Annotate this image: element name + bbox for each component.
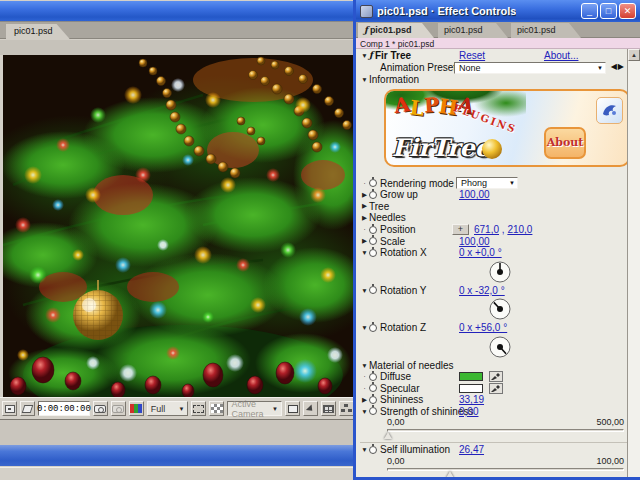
stopwatch-icon[interactable]	[369, 324, 377, 332]
timeline-window-titlebar[interactable]	[0, 445, 356, 466]
scale-value[interactable]: 100,00	[459, 236, 490, 247]
stopwatch-icon[interactable]	[369, 396, 377, 404]
collapse-arrow-icon[interactable]: ▼	[360, 52, 369, 59]
tab-pic01-2[interactable]: pic01.psd	[438, 23, 508, 38]
specular-label: Specular	[380, 383, 419, 394]
chevron-down-icon: ▼	[597, 65, 603, 71]
stopwatch-icon[interactable]	[369, 407, 377, 415]
stopwatch-icon[interactable]	[369, 373, 377, 381]
self-illumination-value[interactable]: 26,47	[459, 444, 484, 455]
page-arrows-icon[interactable]: ◀▶	[611, 62, 625, 71]
shininess-value[interactable]: 33,19	[459, 394, 484, 405]
alphaplugins-logo-icon[interactable]	[596, 97, 623, 124]
stopwatch-icon[interactable]	[369, 191, 377, 199]
wireframe-icon	[288, 405, 298, 413]
rotation-x-dial[interactable]	[356, 259, 627, 285]
stopwatch-icon[interactable]	[369, 249, 377, 257]
reset-link[interactable]: Reset	[459, 50, 485, 61]
stopwatch-icon[interactable]	[369, 446, 377, 454]
position-crosshair-button[interactable]: +	[452, 224, 469, 235]
transparency-grid-button[interactable]	[209, 401, 224, 416]
rotation-z-value[interactable]: 0 x +56,0 °	[459, 322, 507, 333]
position-x[interactable]: 671,0	[474, 224, 499, 235]
grid-icon	[323, 405, 334, 413]
show-channel-button[interactable]	[129, 401, 144, 416]
show-snapshot-icon	[112, 405, 124, 413]
collapse-arrow-icon[interactable]: ▼	[360, 408, 369, 415]
region-of-interest-button[interactable]	[191, 401, 206, 416]
about-link[interactable]: About...	[544, 50, 578, 61]
vertical-scrollbar[interactable]: ▲	[627, 49, 640, 477]
stopwatch-icon[interactable]	[369, 237, 377, 245]
after-effects-workspace: pic01.psd	[0, 0, 640, 480]
timecode-display[interactable]: 0:00:00:00	[38, 401, 90, 416]
chevron-down-icon: ▼	[509, 180, 515, 186]
scale-label: Scale	[380, 236, 405, 247]
product-name: FirTree	[392, 133, 490, 162]
collapse-arrow-icon[interactable]: ▼	[360, 249, 369, 256]
close-button[interactable]: ✕	[619, 3, 636, 19]
background-window-titlebar[interactable]	[0, 1, 356, 21]
maximize-button[interactable]: □	[600, 3, 617, 19]
collapse-arrow-icon[interactable]: ▼	[360, 446, 369, 453]
tab-pic01-active[interactable]: ƒpic01.psd	[358, 23, 434, 38]
position-y[interactable]: 210,0	[507, 224, 532, 235]
wireframe-button[interactable]	[285, 401, 300, 416]
rotation-z-dial[interactable]	[356, 334, 627, 360]
safe-zones-icon	[22, 405, 34, 413]
collapse-arrow-icon[interactable]: ▼	[360, 287, 369, 294]
effect-controls-titlebar[interactable]: pic01.psd · Effect Controls _ □ ✕	[356, 0, 640, 22]
strength-of-shininess-value[interactable]: 0,00	[459, 406, 478, 417]
grow-up-label: Grow up	[380, 189, 418, 200]
window-icon	[360, 5, 373, 18]
grow-up-value[interactable]: 100,00	[459, 189, 490, 200]
banner-about-button[interactable]: About	[544, 127, 586, 159]
resolution-dropdown[interactable]: Full▼	[147, 401, 189, 416]
self-illumination-slider[interactable]	[356, 466, 627, 478]
flowchart-button[interactable]	[339, 401, 354, 416]
window-title: pic01.psd · Effect Controls	[377, 5, 516, 17]
collapse-arrow-icon[interactable]: ▼	[360, 76, 369, 83]
specular-color-swatch[interactable]	[459, 384, 483, 393]
expand-arrow-icon[interactable]: ▶	[360, 202, 369, 210]
eyedropper-icon[interactable]	[489, 383, 503, 394]
diffuse-color-swatch[interactable]	[459, 372, 483, 381]
collapse-arrow-icon[interactable]: ▼	[360, 324, 369, 331]
expand-arrow-icon[interactable]: ▶	[360, 214, 369, 222]
alphaplugins-banner[interactable]: ALPHA PLUGINS FirTree About	[384, 89, 627, 167]
stopwatch-icon[interactable]	[369, 384, 377, 392]
view-dropdown[interactable]: Active Camera▼	[227, 401, 282, 416]
effect-icon: ƒ	[364, 25, 368, 35]
strength-slider[interactable]	[356, 427, 627, 441]
fast-previews-button[interactable]	[303, 401, 318, 416]
expand-arrow-icon[interactable]: ▶	[360, 191, 369, 199]
collapse-arrow-icon[interactable]: ▼	[360, 362, 369, 369]
expand-arrow-icon[interactable]: ▶	[360, 237, 369, 245]
composition-tab[interactable]: pic01.psd	[6, 24, 71, 40]
stopwatch-icon[interactable]	[369, 226, 377, 234]
scroll-up-button[interactable]: ▲	[628, 49, 640, 61]
rotation-y-value[interactable]: 0 x -32,0 °	[459, 285, 505, 296]
breadcrumb: Comp 1 * pic01.psd	[356, 38, 640, 49]
stopwatch-icon[interactable]	[369, 286, 377, 294]
tab-pic01-3[interactable]: pic01.psd	[511, 23, 581, 38]
minimize-button[interactable]: _	[581, 3, 598, 19]
rotation-x-value[interactable]: 0 x +0,0 °	[459, 247, 502, 258]
composition-image[interactable]	[3, 55, 353, 397]
slider-handle[interactable]	[446, 471, 454, 478]
magnification-button[interactable]	[2, 401, 17, 416]
rotation-y-dial[interactable]	[356, 296, 627, 322]
chevron-down-icon: ▼	[272, 406, 278, 412]
show-snapshot-button[interactable]	[111, 401, 126, 416]
animation-presets-dropdown[interactable]: None ▼	[454, 62, 606, 74]
expand-arrow-icon[interactable]: ▶	[360, 396, 369, 404]
effect-icon: ƒ	[369, 50, 373, 60]
stopwatch-icon[interactable]	[369, 179, 377, 187]
rgb-channels-icon	[130, 404, 142, 413]
eyedropper-icon[interactable]	[489, 371, 503, 382]
rendering-mode-dropdown[interactable]: Phong ▼	[456, 177, 518, 189]
slider-handle[interactable]	[384, 432, 392, 439]
snapshot-button[interactable]	[93, 401, 108, 416]
timeline-button[interactable]	[321, 401, 336, 416]
self-illumination-label: Self illumination	[380, 444, 450, 455]
